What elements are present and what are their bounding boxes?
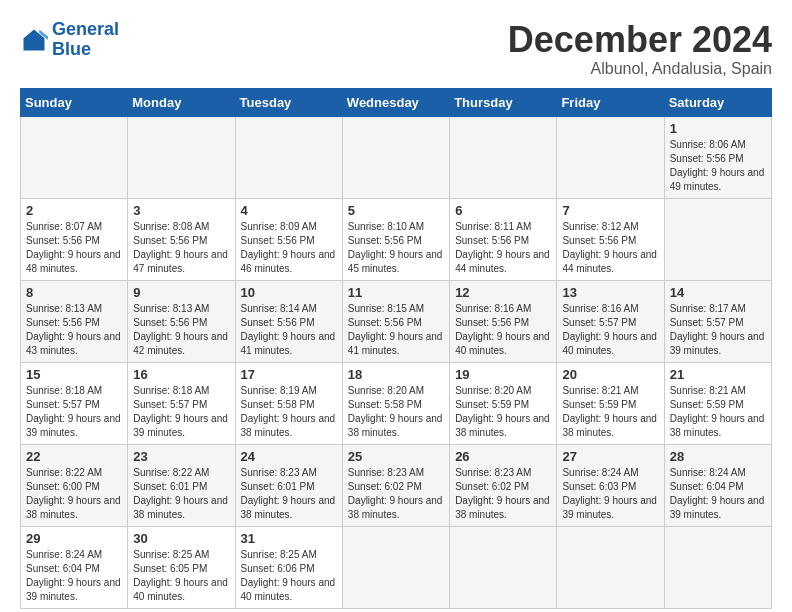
day-info: Sunrise: 8:18 AMSunset: 5:57 PMDaylight:… — [133, 385, 228, 438]
day-number: 18 — [348, 367, 444, 382]
day-info: Sunrise: 8:11 AMSunset: 5:56 PMDaylight:… — [455, 221, 550, 274]
table-row: 4 Sunrise: 8:09 AMSunset: 5:56 PMDayligh… — [235, 198, 342, 280]
table-row — [342, 526, 449, 608]
day-info: Sunrise: 8:24 AMSunset: 6:04 PMDaylight:… — [26, 549, 121, 602]
day-number: 9 — [133, 285, 229, 300]
day-info: Sunrise: 8:22 AMSunset: 6:01 PMDaylight:… — [133, 467, 228, 520]
table-row — [450, 526, 557, 608]
table-row — [235, 116, 342, 198]
day-info: Sunrise: 8:16 AMSunset: 5:56 PMDaylight:… — [455, 303, 550, 356]
table-row: 5 Sunrise: 8:10 AMSunset: 5:56 PMDayligh… — [342, 198, 449, 280]
table-row: 15 Sunrise: 8:18 AMSunset: 5:57 PMDaylig… — [21, 362, 128, 444]
day-info: Sunrise: 8:23 AMSunset: 6:02 PMDaylight:… — [348, 467, 443, 520]
table-row: 1 Sunrise: 8:06 AMSunset: 5:56 PMDayligh… — [664, 116, 771, 198]
table-row: 13 Sunrise: 8:16 AMSunset: 5:57 PMDaylig… — [557, 280, 664, 362]
header-tuesday: Tuesday — [235, 88, 342, 116]
logo-text: General Blue — [52, 20, 119, 60]
day-number: 10 — [241, 285, 337, 300]
title-area: December 2024 Albunol, Andalusia, Spain — [508, 20, 772, 78]
day-number: 21 — [670, 367, 766, 382]
day-number: 3 — [133, 203, 229, 218]
table-row: 28 Sunrise: 8:24 AMSunset: 6:04 PMDaylig… — [664, 444, 771, 526]
table-row: 2 Sunrise: 8:07 AMSunset: 5:56 PMDayligh… — [21, 198, 128, 280]
table-row — [342, 116, 449, 198]
day-info: Sunrise: 8:25 AMSunset: 6:05 PMDaylight:… — [133, 549, 228, 602]
day-info: Sunrise: 8:13 AMSunset: 5:56 PMDaylight:… — [133, 303, 228, 356]
logo: General Blue — [20, 20, 119, 60]
day-number: 26 — [455, 449, 551, 464]
day-info: Sunrise: 8:17 AMSunset: 5:57 PMDaylight:… — [670, 303, 765, 356]
location-title: Albunol, Andalusia, Spain — [508, 60, 772, 78]
table-row: 26 Sunrise: 8:23 AMSunset: 6:02 PMDaylig… — [450, 444, 557, 526]
calendar-header-row: Sunday Monday Tuesday Wednesday Thursday… — [21, 88, 772, 116]
header-friday: Friday — [557, 88, 664, 116]
table-row: 16 Sunrise: 8:18 AMSunset: 5:57 PMDaylig… — [128, 362, 235, 444]
day-info: Sunrise: 8:15 AMSunset: 5:56 PMDaylight:… — [348, 303, 443, 356]
logo-line2: Blue — [52, 39, 91, 59]
table-row: 9 Sunrise: 8:13 AMSunset: 5:56 PMDayligh… — [128, 280, 235, 362]
month-title: December 2024 — [508, 20, 772, 60]
day-number: 20 — [562, 367, 658, 382]
table-row: 8 Sunrise: 8:13 AMSunset: 5:56 PMDayligh… — [21, 280, 128, 362]
day-info: Sunrise: 8:20 AMSunset: 5:58 PMDaylight:… — [348, 385, 443, 438]
table-row: 27 Sunrise: 8:24 AMSunset: 6:03 PMDaylig… — [557, 444, 664, 526]
day-number: 8 — [26, 285, 122, 300]
calendar-week-row: 1 Sunrise: 8:06 AMSunset: 5:56 PMDayligh… — [21, 116, 772, 198]
table-row: 17 Sunrise: 8:19 AMSunset: 5:58 PMDaylig… — [235, 362, 342, 444]
header-wednesday: Wednesday — [342, 88, 449, 116]
table-row: 10 Sunrise: 8:14 AMSunset: 5:56 PMDaylig… — [235, 280, 342, 362]
table-row — [557, 526, 664, 608]
day-info: Sunrise: 8:10 AMSunset: 5:56 PMDaylight:… — [348, 221, 443, 274]
day-number: 19 — [455, 367, 551, 382]
table-row — [557, 116, 664, 198]
day-info: Sunrise: 8:24 AMSunset: 6:03 PMDaylight:… — [562, 467, 657, 520]
day-number: 7 — [562, 203, 658, 218]
page-header: General Blue December 2024 Albunol, Anda… — [20, 20, 772, 78]
day-info: Sunrise: 8:06 AMSunset: 5:56 PMDaylight:… — [670, 139, 765, 192]
table-row — [128, 116, 235, 198]
day-info: Sunrise: 8:08 AMSunset: 5:56 PMDaylight:… — [133, 221, 228, 274]
day-info: Sunrise: 8:21 AMSunset: 5:59 PMDaylight:… — [670, 385, 765, 438]
logo-icon — [20, 26, 48, 54]
day-number: 5 — [348, 203, 444, 218]
day-info: Sunrise: 8:22 AMSunset: 6:00 PMDaylight:… — [26, 467, 121, 520]
day-info: Sunrise: 8:14 AMSunset: 5:56 PMDaylight:… — [241, 303, 336, 356]
table-row: 12 Sunrise: 8:16 AMSunset: 5:56 PMDaylig… — [450, 280, 557, 362]
day-info: Sunrise: 8:12 AMSunset: 5:56 PMDaylight:… — [562, 221, 657, 274]
table-row: 22 Sunrise: 8:22 AMSunset: 6:00 PMDaylig… — [21, 444, 128, 526]
day-number: 30 — [133, 531, 229, 546]
table-row: 19 Sunrise: 8:20 AMSunset: 5:59 PMDaylig… — [450, 362, 557, 444]
table-row — [664, 198, 771, 280]
calendar-week-row: 22 Sunrise: 8:22 AMSunset: 6:00 PMDaylig… — [21, 444, 772, 526]
day-number: 28 — [670, 449, 766, 464]
day-info: Sunrise: 8:18 AMSunset: 5:57 PMDaylight:… — [26, 385, 121, 438]
calendar-week-row: 29 Sunrise: 8:24 AMSunset: 6:04 PMDaylig… — [21, 526, 772, 608]
header-sunday: Sunday — [21, 88, 128, 116]
day-number: 27 — [562, 449, 658, 464]
day-number: 11 — [348, 285, 444, 300]
day-number: 31 — [241, 531, 337, 546]
day-number: 2 — [26, 203, 122, 218]
header-thursday: Thursday — [450, 88, 557, 116]
day-info: Sunrise: 8:23 AMSunset: 6:01 PMDaylight:… — [241, 467, 336, 520]
table-row: 31 Sunrise: 8:25 AMSunset: 6:06 PMDaylig… — [235, 526, 342, 608]
day-info: Sunrise: 8:13 AMSunset: 5:56 PMDaylight:… — [26, 303, 121, 356]
calendar-week-row: 2 Sunrise: 8:07 AMSunset: 5:56 PMDayligh… — [21, 198, 772, 280]
table-row — [664, 526, 771, 608]
logo-line1: General — [52, 19, 119, 39]
day-number: 12 — [455, 285, 551, 300]
day-number: 1 — [670, 121, 766, 136]
table-row — [450, 116, 557, 198]
day-number: 23 — [133, 449, 229, 464]
day-number: 13 — [562, 285, 658, 300]
day-info: Sunrise: 8:23 AMSunset: 6:02 PMDaylight:… — [455, 467, 550, 520]
calendar-week-row: 15 Sunrise: 8:18 AMSunset: 5:57 PMDaylig… — [21, 362, 772, 444]
day-info: Sunrise: 8:16 AMSunset: 5:57 PMDaylight:… — [562, 303, 657, 356]
table-row: 20 Sunrise: 8:21 AMSunset: 5:59 PMDaylig… — [557, 362, 664, 444]
table-row: 21 Sunrise: 8:21 AMSunset: 5:59 PMDaylig… — [664, 362, 771, 444]
day-number: 22 — [26, 449, 122, 464]
header-monday: Monday — [128, 88, 235, 116]
table-row: 3 Sunrise: 8:08 AMSunset: 5:56 PMDayligh… — [128, 198, 235, 280]
table-row: 11 Sunrise: 8:15 AMSunset: 5:56 PMDaylig… — [342, 280, 449, 362]
table-row: 14 Sunrise: 8:17 AMSunset: 5:57 PMDaylig… — [664, 280, 771, 362]
